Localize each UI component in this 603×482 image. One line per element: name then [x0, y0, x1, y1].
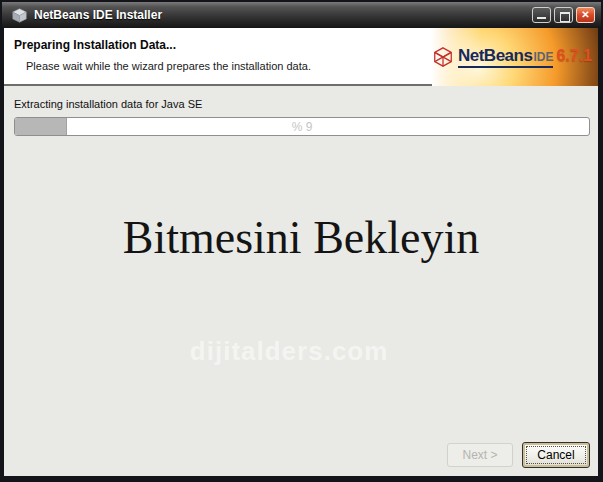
footer-button-row: Next > Cancel	[447, 442, 590, 468]
page-subtitle: Please wait while the wizard prepares th…	[26, 60, 311, 72]
progress-status-label: Extracting installation data for Java SE	[14, 98, 202, 110]
netbeans-logo-text: NetBeans IDE 6.7.1	[458, 46, 592, 68]
logo-version: 6.7.1	[556, 47, 592, 65]
titlebar[interactable]: NetBeans IDE Installer ✕	[2, 2, 601, 28]
window-body: Preparing Installation Data... Please wa…	[4, 28, 598, 476]
close-button[interactable]: ✕	[576, 7, 595, 23]
netbeans-logo-panel: NetBeans IDE 6.7.1	[432, 28, 598, 86]
window-title: NetBeans IDE Installer	[34, 8, 532, 22]
netbeans-wireframe-cube-icon	[432, 46, 454, 68]
next-button[interactable]: Next >	[447, 443, 513, 467]
page-title: Preparing Installation Data...	[14, 38, 176, 52]
wait-message: Bitmesini Bekleyin	[4, 211, 598, 264]
progress-percent-text: % 9	[15, 120, 589, 134]
installer-window: NetBeans IDE Installer ✕ Preparing Insta…	[0, 0, 603, 482]
logo-product: IDE	[533, 50, 553, 64]
maximize-button[interactable]	[554, 7, 573, 23]
logo-brand: NetBeans	[458, 46, 532, 66]
watermark-text: dijitalders.com	[190, 336, 389, 367]
minimize-button[interactable]	[532, 7, 551, 23]
cancel-button[interactable]: Cancel	[522, 442, 590, 468]
netbeans-cube-icon	[11, 7, 28, 24]
wizard-header: Preparing Installation Data... Please wa…	[4, 28, 598, 86]
progress-bar: % 9	[14, 117, 590, 136]
